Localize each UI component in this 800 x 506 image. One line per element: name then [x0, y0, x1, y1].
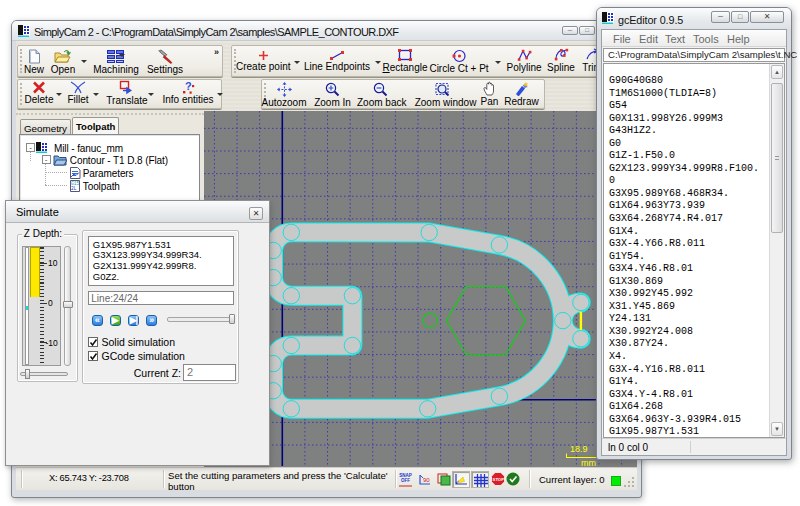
- svg-text:90: 90: [423, 477, 430, 483]
- svg-text:?: ?: [185, 80, 192, 92]
- svg-text:2L: 2L: [71, 186, 77, 191]
- svg-text:mm: mm: [581, 458, 596, 466]
- svg-text:18.9: 18.9: [570, 444, 588, 454]
- svg-text:STOP: STOP: [493, 477, 505, 482]
